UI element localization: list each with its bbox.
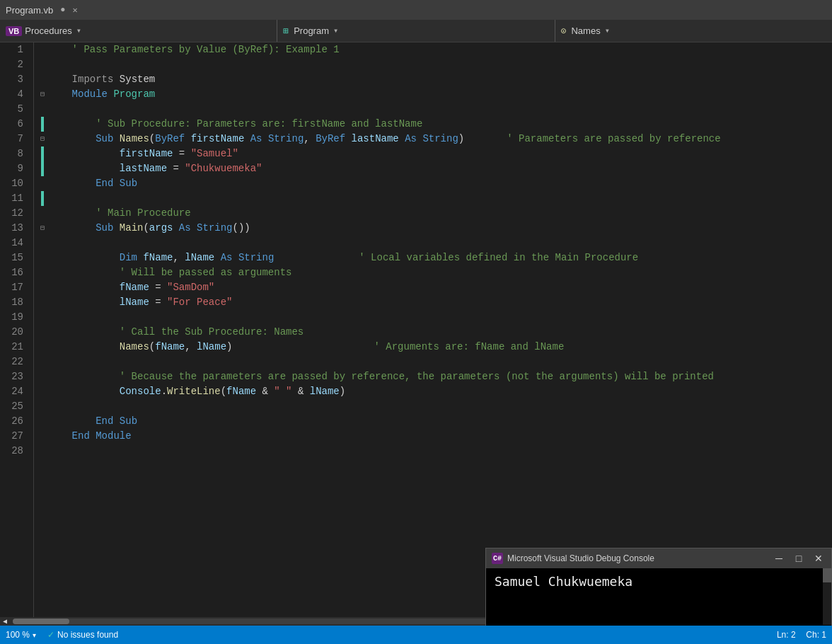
scroll-left-btn[interactable]: ◀: [0, 617, 10, 626]
code-line-8: firstName = "Samuel": [34, 146, 832, 161]
code-line-18: lName = "For Peace": [34, 295, 832, 310]
green-bar-9: [41, 161, 44, 176]
debug-scrollbar-thumb[interactable]: [823, 568, 831, 582]
editor-area: 1 2 3 4 5 6 7 8 9 10 11 12 13 14 15 16 1…: [0, 42, 832, 626]
collapse-13[interactable]: ⊟: [38, 221, 47, 236]
code-line-10: End Sub: [34, 176, 832, 191]
debug-output: Samuel Chukwuemeka: [486, 568, 831, 626]
breadcrumb-bar: VB Procedures ▾ ⊞ Program ▾ ⊙ Names ▾: [0, 20, 832, 42]
vb-badge: VB: [6, 26, 22, 36]
code-line-3: Imports System: [34, 72, 832, 87]
debug-console-titlebar: C# Microsoft Visual Studio Debug Console…: [486, 548, 831, 568]
code-line-26: End Sub: [34, 414, 832, 429]
code-line-25: [34, 399, 832, 414]
code-line-1: ' Pass Parameters by Value (ByRef): Exam…: [34, 42, 832, 57]
code-line-27: End Module: [34, 429, 832, 444]
dropdown-arrow-1[interactable]: ▾: [76, 25, 81, 36]
code-line-9: lastName = "Chukwuemeka": [34, 161, 832, 176]
debug-controls: ─ □ ✕: [772, 551, 826, 565]
code-line-22: [34, 355, 832, 369]
scrollbar-thumb[interactable]: [13, 619, 69, 624]
status-right: Ln: 2 Ch: 1: [777, 630, 826, 640]
debug-minimize-btn[interactable]: ─: [772, 551, 786, 565]
names-label: Names: [571, 25, 600, 36]
line-col: Ln: 2 Ch: 1: [777, 630, 826, 640]
code-line-20: ' Call the Sub Procedure: Names: [34, 325, 832, 340]
code-line-7: ⊟ Sub Names ( ByRef firstName As String …: [34, 132, 832, 146]
code-line-11: [34, 191, 832, 206]
code-line-28: [34, 444, 832, 459]
zoom-level[interactable]: 100 % ▾: [6, 630, 36, 640]
breadcrumb-names[interactable]: ⊙ Names ▾: [555, 20, 832, 42]
green-bar-8: [41, 146, 44, 161]
check-icon: ✓: [47, 630, 54, 640]
breadcrumb-procedures[interactable]: VB Procedures ▾: [0, 20, 277, 42]
status-bar: 100 % ▾ ✓ No issues found Ln: 2 Ch: 1: [0, 626, 832, 644]
debug-scrollbar[interactable]: [823, 568, 831, 625]
issues-status: ✓ No issues found: [47, 630, 118, 640]
tab-label: Program.vb: [6, 5, 53, 16]
dropdown-arrow-3[interactable]: ▾: [605, 25, 610, 36]
debug-console: C# Microsoft Visual Studio Debug Console…: [485, 548, 832, 626]
code-line-17: fName = "SamDom": [34, 280, 832, 295]
debug-output-text: Samuel Chukwuemeka: [495, 574, 632, 589]
debug-maximize-btn[interactable]: □: [792, 551, 806, 565]
green-bar-11: [41, 191, 44, 206]
code-line-23: ' Because the parameters are passed by r…: [34, 369, 832, 384]
program-icon: ⊞: [283, 25, 289, 37]
code-line-21: Names ( fName , lName ) ' Arguments are:…: [34, 340, 832, 355]
program-label: Program: [294, 25, 329, 36]
procedures-label: Procedures: [25, 25, 71, 36]
zoom-dropdown[interactable]: ▾: [33, 631, 36, 639]
code-line-5: [34, 102, 832, 117]
debug-console-title: Microsoft Visual Studio Debug Console: [507, 553, 768, 563]
green-bar-6: [41, 117, 44, 132]
collapse-4[interactable]: ⊟: [38, 87, 47, 102]
code-line-6: ' Sub Procedure: Parameters are: firstNa…: [34, 117, 832, 132]
names-icon: ⊙: [561, 25, 567, 37]
debug-close-btn[interactable]: ✕: [811, 551, 826, 565]
collapse-7[interactable]: ⊟: [38, 132, 47, 146]
code-line-2: [34, 57, 832, 72]
code-line-12: ' Main Procedure: [34, 206, 832, 221]
dropdown-arrow-2[interactable]: ▾: [333, 25, 338, 36]
code-line-16: ' Will be passed as arguments: [34, 265, 832, 280]
code-line-14: [34, 236, 832, 251]
title-bar: Program.vb ● ✕: [0, 0, 832, 20]
code-line-19: [34, 310, 832, 325]
code-editor[interactable]: ' Pass Parameters by Value (ByRef): Exam…: [34, 42, 832, 626]
debug-cs-icon: C#: [492, 553, 503, 564]
breadcrumb-program[interactable]: ⊞ Program ▾: [277, 20, 555, 42]
line-numbers: 1 2 3 4 5 6 7 8 9 10 11 12 13 14 15 16 1…: [0, 42, 34, 626]
code-line-13: ⊟ Sub Main ( args As String ()): [34, 221, 832, 236]
code-line-15: Dim fName , lName As String ' Local vari…: [34, 251, 832, 265]
code-line-4: ⊟ Module Program: [34, 87, 832, 102]
tab-close-btn[interactable]: ✕: [72, 5, 77, 16]
code-line-24: Console . WriteLine ( fName & " " & lNam…: [34, 384, 832, 399]
